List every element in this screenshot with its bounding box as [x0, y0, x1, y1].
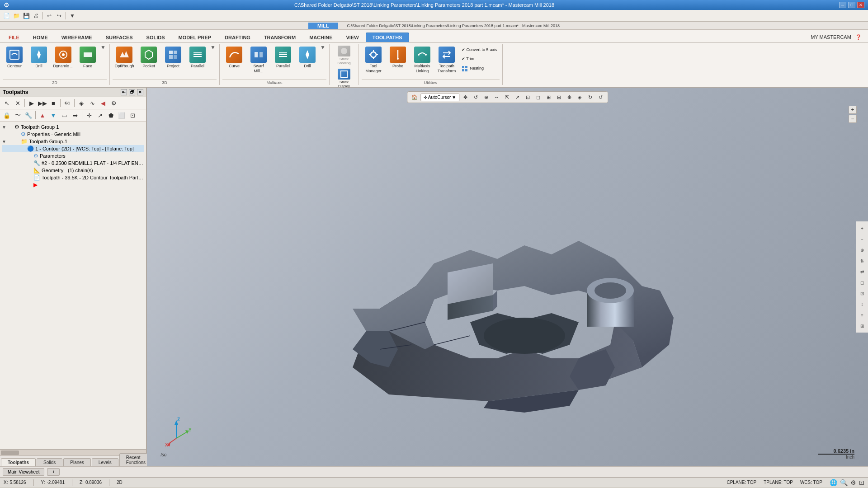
close-button[interactable]: ✕: [857, 2, 864, 8]
multiaxis-linking-button[interactable]: Multiaxis Linking: [410, 44, 434, 77]
tree-geometry[interactable]: 📐 Geometry - (1) chain(s): [2, 167, 144, 174]
maximize-button[interactable]: □: [848, 2, 855, 8]
mx-expand[interactable]: ▼: [320, 44, 326, 58]
tab-planes[interactable]: Planes: [63, 458, 91, 466]
tab-machine[interactable]: MACHINE: [302, 33, 339, 42]
status-settings-icon[interactable]: ⚙: [850, 479, 856, 486]
rmb-btn3[interactable]: ⊕: [858, 245, 866, 255]
zoom-out-button[interactable]: −: [849, 115, 857, 123]
vp-btn2[interactable]: ↺: [471, 93, 480, 102]
box-button[interactable]: ⬜: [117, 110, 127, 120]
crosshair-button[interactable]: ✛: [84, 110, 94, 120]
verify-button[interactable]: ∿: [87, 98, 97, 108]
stock-display-button[interactable]: Stock Display: [332, 67, 356, 89]
tree-contour-op[interactable]: 🔵 1 - Contour (2D) - [WCS: Top] - [Tplan…: [2, 145, 144, 152]
minimize-button[interactable]: ─: [839, 2, 846, 8]
add-viewsheet-button[interactable]: +: [47, 468, 60, 476]
extra-button[interactable]: ⊡: [127, 110, 137, 120]
rmb-btn2[interactable]: −: [858, 234, 866, 244]
tab-wireframe[interactable]: WIREFRAME: [55, 33, 99, 42]
save-button[interactable]: 💾: [22, 11, 31, 20]
backplot-button[interactable]: ◈: [76, 98, 86, 108]
vp-btn4[interactable]: ↔: [492, 93, 501, 102]
vp-btn10[interactable]: ⊟: [554, 93, 563, 102]
drill-mx-button[interactable]: Drill: [296, 44, 319, 77]
dynamic-button[interactable]: Dynamic ...: [52, 44, 75, 77]
zoom-in-button[interactable]: +: [849, 106, 857, 114]
vp-home-button[interactable]: 🏠: [410, 93, 419, 102]
rmb-btn9[interactable]: ≡: [858, 310, 866, 320]
filter-high-button[interactable]: ▲: [38, 110, 47, 120]
filter-rect-button[interactable]: ▭: [59, 110, 69, 120]
contour-button[interactable]: Contour: [3, 44, 26, 77]
rmb-btn5[interactable]: ⇄: [858, 267, 866, 277]
filter-low-button[interactable]: ▼: [48, 110, 58, 120]
delete-button[interactable]: ✕: [13, 98, 23, 108]
g1-button[interactable]: G1: [62, 98, 72, 108]
stop-regen-button[interactable]: ■: [48, 98, 58, 108]
undo-button[interactable]: ↩: [45, 11, 54, 20]
nesting-button[interactable]: Nesting: [459, 64, 500, 73]
tab-solids[interactable]: Solids: [37, 458, 62, 466]
rmb-btn10[interactable]: ⊞: [858, 321, 866, 331]
tab-levels[interactable]: Levels: [92, 458, 118, 466]
toolpath-transform-button[interactable]: Toolpath Transform: [435, 44, 458, 77]
rmb-btn8[interactable]: ↕: [858, 299, 866, 309]
autocursor-select[interactable]: ✛ AutoCursor ▼: [420, 94, 459, 101]
vp-btn12[interactable]: ◈: [575, 93, 584, 102]
tab-toolpaths[interactable]: Toolpaths: [1, 458, 36, 466]
tree-endmill[interactable]: 🔧 #2 - 0.2500 ENDMILL1 FLAT - 1/4 FLAT E…: [2, 160, 144, 167]
main-viewsheet-button[interactable]: Main Viewsheet: [3, 468, 44, 476]
stock-shading-button[interactable]: Stock Shading: [332, 44, 356, 66]
swarf-button[interactable]: Swarf Mill...: [247, 44, 270, 77]
tree-toolpath-group[interactable]: ▼ 📁 Toolpath Group-1: [2, 138, 144, 145]
panel-dock-button[interactable]: 🗗: [129, 89, 135, 95]
pocket-button[interactable]: Pocket: [137, 44, 160, 77]
h-scroll-thumb[interactable]: [1, 450, 19, 455]
vp-btn11[interactable]: ❋: [565, 93, 574, 102]
vp-btn14[interactable]: ↺: [596, 93, 605, 102]
rmb-btn6[interactable]: ◻: [858, 277, 866, 287]
my-mastercam-button[interactable]: MY MASTERCAM ❓: [804, 33, 868, 42]
tab-solids[interactable]: SOLIDS: [140, 33, 172, 42]
status-search-icon[interactable]: 🔍: [840, 479, 848, 486]
3d-expand[interactable]: ▼: [210, 44, 217, 58]
vp-btn13[interactable]: ↻: [585, 93, 594, 102]
probe-button[interactable]: Probe: [386, 44, 410, 77]
tool-icon[interactable]: 🔧: [24, 110, 33, 120]
tab-surfaces[interactable]: SURFACES: [99, 33, 140, 42]
panel-float-button[interactable]: ⇤: [121, 89, 127, 95]
lock-button[interactable]: 🔒: [2, 110, 12, 120]
regen-dirty-button[interactable]: ▶▶: [38, 98, 47, 108]
tool-manager-button[interactable]: Tool Manager: [362, 44, 385, 77]
tree-machine-group[interactable]: ▼ ⚙ Toolpath Group 1: [2, 123, 144, 131]
vp-btn3[interactable]: ⊕: [481, 93, 491, 102]
face-button[interactable]: Face: [76, 44, 99, 77]
select-all-button[interactable]: ↖: [2, 98, 12, 108]
postprocess-button[interactable]: ⚙: [109, 98, 119, 108]
panel-close-button[interactable]: ✕: [137, 89, 143, 95]
polygon-button[interactable]: ⬟: [106, 110, 116, 120]
status-layout-icon[interactable]: ⊡: [859, 479, 864, 486]
rmb-btn4[interactable]: ⇅: [858, 256, 866, 266]
parallel-mx-button[interactable]: Parallel: [271, 44, 295, 77]
tab-modelprep[interactable]: MODEL PREP: [172, 33, 218, 42]
tab-file[interactable]: FILE: [2, 33, 26, 42]
vp-btn1[interactable]: ✥: [461, 93, 470, 102]
select-button[interactable]: ↗: [95, 110, 105, 120]
open-button[interactable]: 📁: [12, 11, 21, 20]
vp-btn7[interactable]: ⊡: [523, 93, 532, 102]
curve-button[interactable]: Curve: [222, 44, 246, 77]
vp-btn5[interactable]: ⇱: [502, 93, 511, 102]
tree-parameters[interactable]: ⚙ Parameters: [2, 152, 144, 160]
vp-btn6[interactable]: ↗: [513, 93, 522, 102]
filter-arrow-button[interactable]: ➡: [70, 110, 80, 120]
vp-btn8[interactable]: ◻: [533, 93, 542, 102]
drill-2d-button[interactable]: Drill: [27, 44, 51, 77]
2d-expand[interactable]: ▼: [100, 44, 107, 58]
optirough-button[interactable]: OptiRough: [113, 44, 136, 77]
regen-button[interactable]: ▶: [27, 98, 37, 108]
vp-btn9[interactable]: ⊞: [544, 93, 553, 102]
rmb-btn7[interactable]: ⊡: [858, 288, 866, 298]
new-button[interactable]: 📄: [2, 11, 11, 20]
